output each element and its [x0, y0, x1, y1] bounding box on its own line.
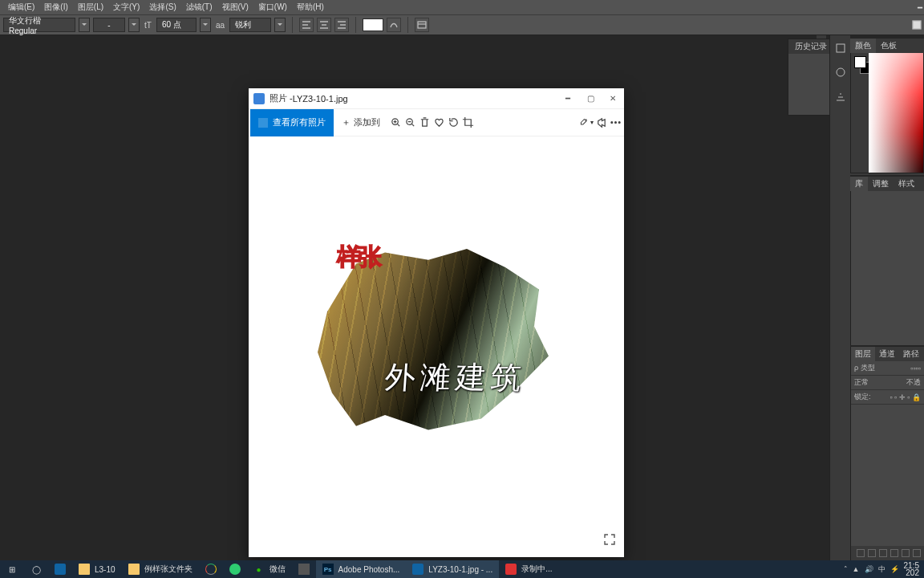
taskbar-chrome[interactable] [199, 560, 223, 578]
zoom-out-icon[interactable] [403, 109, 417, 136]
photos-toolbar: 查看所有照片 ＋ 添加到 ▾ [249, 109, 624, 136]
photos-titlebar[interactable]: 照片 - LYZ3-10-1.jpg ━ ▢ ✕ [249, 88, 624, 109]
taskbar-start[interactable]: ⊞ [0, 560, 24, 578]
menu-image[interactable]: 图像(I) [39, 2, 72, 13]
character-panel-icon[interactable] [415, 18, 429, 32]
tt-icon: tT [143, 21, 153, 30]
recorder-icon [505, 564, 517, 575]
menu-edit[interactable]: 编辑(E) [3, 2, 39, 13]
color-spectrum[interactable] [869, 53, 923, 173]
align-right-icon[interactable] [334, 18, 349, 32]
workspace-switcher-icon[interactable] [910, 18, 924, 32]
taskbar-item-samples[interactable]: 例样张文件夹 [122, 560, 199, 578]
zoom-in-icon[interactable] [388, 109, 403, 136]
layer-blend-row[interactable]: 正常 不透 [851, 376, 924, 390]
tray-chevron-icon[interactable]: ˄ [844, 565, 848, 573]
rail-icon-1[interactable] [833, 40, 849, 56]
layer-filter-row[interactable]: ρ 类型 ▫▫▫▫ [851, 361, 924, 376]
layer-opacity-label: 不透 [906, 377, 921, 388]
rail-icon-2[interactable] [833, 64, 849, 80]
svg-rect-0 [418, 22, 426, 28]
styles-tab[interactable]: 样式 [894, 177, 919, 191]
window-minimize-icon[interactable]: ━ [913, 3, 924, 12]
history-tab[interactable]: 历史记录 [795, 41, 827, 52]
taskbar-recorder[interactable]: 录制中... [499, 560, 558, 578]
menu-type[interactable]: 文字(Y) [108, 2, 144, 13]
tray-network-icon[interactable]: ▲ [853, 565, 860, 573]
layer-new-icon[interactable] [902, 549, 910, 557]
rail-icon-3[interactable] [833, 88, 849, 104]
font-style-combo[interactable]: - [93, 18, 125, 32]
layer-group-icon[interactable] [890, 549, 898, 557]
options-bar: 华文行楷 Regular - tT 60 点 aa 锐利 [0, 14, 924, 35]
swatches-tab[interactable]: 色板 [876, 39, 902, 53]
add-to-label: 添加到 [354, 116, 380, 128]
layers-tab[interactable]: 图层 [851, 347, 875, 361]
font-size-combo[interactable]: 60 点 [156, 18, 197, 32]
layer-fx-icon[interactable] [868, 549, 876, 557]
misc-app-icon [298, 564, 310, 575]
edit-icon[interactable]: ▾ [579, 109, 594, 136]
taskbar-wechat[interactable]: ●微信 [247, 560, 292, 578]
taskbar-taskview[interactable] [48, 560, 72, 578]
adjustments-tab[interactable]: 调整 [868, 177, 894, 191]
text-color-swatch[interactable] [363, 18, 383, 31]
align-center-icon[interactable] [317, 18, 331, 32]
view-all-photos-button[interactable]: 查看所有照片 [250, 109, 334, 136]
delete-icon[interactable] [417, 109, 432, 136]
photos-maximize-icon[interactable]: ▢ [579, 88, 602, 109]
layer-link-icon[interactable] [857, 549, 865, 557]
taskbar-photoshop[interactable]: PsAdobe Photosh... [316, 560, 407, 578]
channels-tab[interactable]: 通道 [875, 347, 899, 361]
taskbar: ⊞ ◯ L3-10 例样张文件夹 ●微信 PsAdobe Photosh... … [0, 560, 924, 578]
menu-help[interactable]: 帮助(H) [292, 2, 329, 13]
taskbar-app-misc[interactable] [292, 560, 316, 578]
menu-view[interactable]: 视图(V) [217, 2, 253, 13]
align-left-icon[interactable] [299, 18, 314, 32]
menu-layer[interactable]: 图层(L) [73, 2, 108, 13]
fullscreen-icon[interactable] [603, 533, 616, 549]
foreground-color[interactable] [854, 56, 866, 68]
layer-kind-label: ρ 类型 [854, 363, 875, 373]
photos-canvas[interactable]: 样张 外滩建筑 [249, 136, 624, 557]
menu-window[interactable]: 窗口(W) [253, 2, 292, 13]
warp-text-icon[interactable] [387, 18, 401, 32]
layer-mask-icon[interactable] [879, 549, 887, 557]
layer-trash-icon[interactable] [913, 549, 921, 557]
taskbar-search[interactable]: ◯ [24, 560, 48, 578]
rotate-icon[interactable] [446, 109, 460, 136]
font-size-dropdown-icon[interactable] [200, 18, 211, 32]
gallery-icon [258, 118, 268, 128]
tray-battery-icon[interactable]: ⚡ [890, 565, 899, 573]
font-family-dropdown-icon[interactable] [79, 18, 90, 32]
layer-blend-mode[interactable]: 正常 [854, 377, 869, 388]
font-family-combo[interactable]: 华文行楷 Regular [3, 18, 75, 32]
photos-close-icon[interactable]: ✕ [602, 88, 624, 109]
menu-select[interactable]: 选择(S) [144, 2, 180, 13]
antialias-combo[interactable]: 锐利 [229, 18, 271, 32]
more-icon[interactable] [608, 109, 622, 136]
taskbar-label: 录制中... [521, 564, 552, 575]
right-rail [829, 35, 850, 560]
photos-minimize-icon[interactable]: ━ [557, 88, 579, 109]
antialias-dropdown-icon[interactable] [274, 18, 286, 32]
menu-filter[interactable]: 滤镜(T) [181, 2, 217, 13]
layer-lock-row[interactable]: 锁定: ▫ ▫ ✛ ▫ 🔒 [851, 390, 924, 405]
crop-icon[interactable] [460, 109, 475, 136]
tray-ime-icon[interactable]: 中 [878, 564, 886, 575]
font-style-dropdown-icon[interactable] [128, 18, 140, 32]
taskbar-item-l310[interactable]: L3-10 [72, 560, 122, 578]
paths-tab[interactable]: 路径 [899, 347, 923, 361]
system-tray[interactable]: ˄ ▲ 🔊 中 ⚡ 21:5 202 [844, 562, 924, 576]
svg-point-6 [618, 122, 620, 124]
add-to-button[interactable]: ＋ 添加到 [334, 109, 388, 136]
taskbar-label: 例样张文件夹 [144, 564, 192, 575]
taskbar-photos[interactable]: LYZ3-10-1.jpg - ... [406, 560, 499, 578]
share-icon[interactable] [594, 109, 608, 136]
color-tab[interactable]: 颜色 [850, 39, 876, 53]
libraries-tab[interactable]: 库 [850, 177, 868, 191]
tray-volume-icon[interactable]: 🔊 [865, 565, 873, 573]
taskbar-clock[interactable]: 21:5 202 [904, 562, 919, 576]
taskbar-app-green[interactable] [223, 560, 247, 578]
favorite-icon[interactable] [432, 109, 446, 136]
